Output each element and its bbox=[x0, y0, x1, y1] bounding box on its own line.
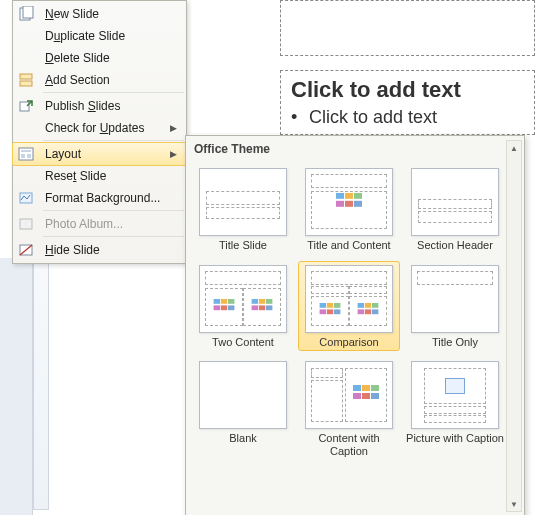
svg-rect-15 bbox=[354, 193, 362, 199]
hide-slide-icon bbox=[13, 239, 39, 261]
menu-new-slide[interactable]: New Slide bbox=[13, 3, 186, 25]
thumb-col-left bbox=[311, 296, 349, 326]
thumb-title-line bbox=[205, 271, 281, 285]
chevron-right-icon: ▶ bbox=[170, 123, 180, 133]
layout-two-content[interactable]: Two Content bbox=[192, 261, 294, 352]
thumb-subtitle-line bbox=[206, 207, 280, 219]
menu-delete-slide[interactable]: Delete Slide bbox=[13, 47, 186, 69]
body-placeholder-line[interactable]: •Click to add text bbox=[291, 107, 524, 128]
svg-rect-34 bbox=[320, 309, 326, 314]
thumb-col-right bbox=[349, 296, 387, 326]
svg-rect-41 bbox=[365, 309, 371, 314]
format-background-icon bbox=[13, 187, 39, 209]
text-placeholder-box[interactable]: Click to add text •Click to add text bbox=[280, 70, 535, 135]
layout-comparison[interactable]: Comparison bbox=[298, 261, 400, 352]
thumb-caption-right bbox=[349, 286, 387, 294]
svg-rect-27 bbox=[266, 299, 272, 304]
svg-rect-39 bbox=[372, 303, 378, 308]
blank-icon bbox=[13, 25, 39, 47]
new-slide-icon bbox=[13, 3, 39, 25]
svg-rect-40 bbox=[358, 309, 364, 314]
layout-thumb bbox=[305, 168, 393, 236]
thumb-title-line bbox=[417, 271, 493, 285]
menu-check-updates[interactable]: Check for Updates ▶ bbox=[13, 117, 186, 139]
layout-thumb bbox=[199, 361, 287, 429]
menu-duplicate-slide[interactable]: Duplicate Slide bbox=[13, 25, 186, 47]
layout-blank[interactable]: Blank bbox=[192, 357, 294, 460]
thumb-col-left bbox=[205, 288, 243, 326]
svg-rect-3 bbox=[20, 81, 32, 86]
svg-rect-28 bbox=[252, 305, 258, 310]
content-icon bbox=[336, 193, 362, 216]
svg-rect-6 bbox=[21, 150, 31, 152]
svg-rect-20 bbox=[221, 299, 227, 304]
svg-rect-22 bbox=[214, 305, 220, 310]
svg-rect-32 bbox=[327, 303, 333, 308]
layout-label: Title Slide bbox=[193, 239, 293, 252]
chevron-right-icon: ▶ bbox=[170, 149, 180, 159]
layout-grid: Title Slide Title and Content bbox=[190, 162, 506, 463]
svg-rect-37 bbox=[358, 303, 364, 308]
svg-rect-29 bbox=[259, 305, 265, 310]
menu-new-slide-label: New Slide bbox=[39, 7, 180, 21]
photo-album-icon bbox=[13, 213, 39, 235]
svg-rect-2 bbox=[20, 74, 32, 79]
gallery-header: Office Theme bbox=[186, 136, 524, 162]
thumb-title-line bbox=[311, 174, 387, 188]
layout-title-and-content[interactable]: Title and Content bbox=[298, 164, 400, 255]
menu-layout-label: Layout bbox=[39, 147, 170, 161]
menu-format-background[interactable]: Format Background... bbox=[13, 187, 186, 209]
layout-label: Content with Caption bbox=[299, 432, 399, 457]
svg-rect-8 bbox=[27, 154, 31, 158]
thumb-caption-left bbox=[311, 286, 349, 294]
menu-add-section[interactable]: Add Section bbox=[13, 69, 186, 91]
layout-label: Picture with Caption bbox=[405, 432, 505, 445]
bullet-icon: • bbox=[291, 107, 309, 128]
scroll-up-icon[interactable]: ▲ bbox=[508, 141, 520, 155]
menu-separator bbox=[43, 210, 184, 212]
svg-rect-33 bbox=[334, 303, 340, 308]
svg-rect-47 bbox=[362, 393, 370, 399]
title-placeholder-text[interactable]: Click to add text bbox=[291, 77, 524, 103]
layout-thumb bbox=[305, 361, 393, 429]
menu-layout[interactable]: Layout ▶ bbox=[12, 142, 187, 166]
svg-rect-18 bbox=[354, 201, 362, 207]
svg-rect-25 bbox=[252, 299, 258, 304]
layout-picture-with-caption[interactable]: Picture with Caption bbox=[404, 357, 506, 460]
svg-rect-43 bbox=[353, 385, 361, 391]
menu-delete-slide-label: Delete Slide bbox=[39, 51, 180, 65]
layout-content-with-caption[interactable]: Content with Caption bbox=[298, 357, 400, 460]
thumb-title-line bbox=[206, 191, 280, 205]
layout-thumb bbox=[199, 168, 287, 236]
svg-rect-44 bbox=[362, 385, 370, 391]
gallery-scrollbar[interactable]: ▲ ▼ bbox=[506, 140, 522, 512]
menu-publish-slides[interactable]: Publish Slides bbox=[13, 95, 186, 117]
blank-icon bbox=[13, 47, 39, 69]
svg-rect-36 bbox=[334, 309, 340, 314]
layout-title-slide[interactable]: Title Slide bbox=[192, 164, 294, 255]
context-menu: New Slide Duplicate Slide Delete Slide A… bbox=[12, 0, 187, 264]
svg-rect-17 bbox=[345, 201, 353, 207]
layout-label: Comparison bbox=[299, 336, 399, 349]
menu-reset-slide[interactable]: Reset Slide bbox=[13, 165, 186, 187]
layout-thumb bbox=[199, 265, 287, 333]
layout-thumb bbox=[411, 265, 499, 333]
svg-rect-10 bbox=[20, 219, 32, 229]
thumb-caption-body bbox=[311, 380, 343, 422]
menu-separator bbox=[43, 236, 184, 238]
slide-area: Click to add text •Click to add text bbox=[280, 0, 535, 135]
layout-icon bbox=[13, 143, 39, 165]
scroll-down-icon[interactable]: ▼ bbox=[508, 497, 520, 511]
thumb-col-right bbox=[243, 288, 281, 326]
layout-section-header[interactable]: Section Header bbox=[404, 164, 506, 255]
thumb-caption-line bbox=[424, 415, 486, 423]
menu-hide-slide[interactable]: Hide Slide bbox=[13, 239, 186, 261]
thumb-line bbox=[418, 211, 492, 223]
thumb-caption-line bbox=[424, 406, 486, 414]
svg-rect-13 bbox=[336, 193, 344, 199]
editor-canvas: Click to add text •Click to add text New… bbox=[0, 0, 535, 515]
add-section-icon bbox=[13, 69, 39, 91]
layout-title-only[interactable]: Title Only bbox=[404, 261, 506, 352]
body-placeholder-text[interactable]: Click to add text bbox=[309, 107, 437, 127]
svg-rect-1 bbox=[23, 6, 33, 18]
